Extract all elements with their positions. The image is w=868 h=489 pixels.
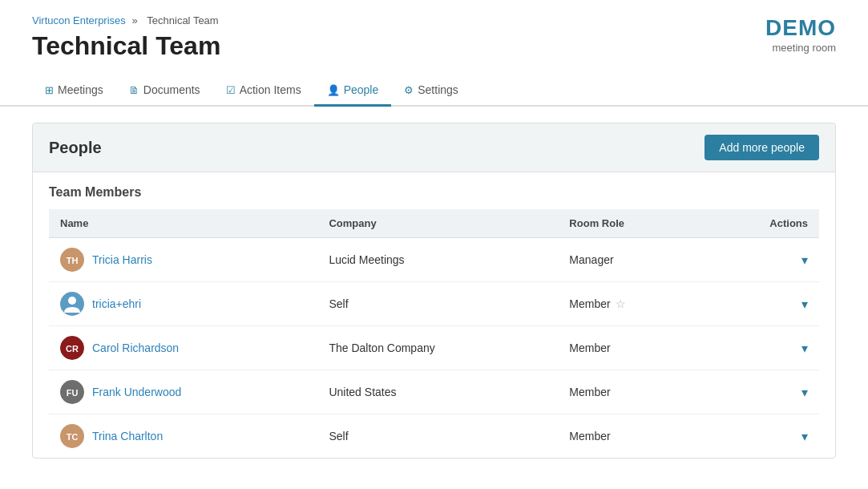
role-cell: Member ☆ [558,282,705,326]
members-table: Name Company Room Role Actions TH Tricia… [49,209,819,458]
company-cell: Self [317,282,558,326]
breadcrumb-separator: » [131,14,137,26]
name-cell: TC Trina Charlton [49,414,317,459]
tab-settings[interactable]: ⚙ Settings [391,75,471,107]
member-name-link[interactable]: Trina Charlton [92,430,163,443]
member-name-link[interactable]: Carol Richardson [92,341,179,354]
breadcrumb: Virtucon Enterprises » Technical Team [32,14,222,26]
actions-cell: ▾ [705,370,819,414]
avatar: TC [60,424,84,448]
page-title: Technical Team [32,31,222,61]
chevron-down-icon[interactable]: ▾ [801,253,808,267]
company-cell: The Dalton Company [317,326,558,370]
chevron-down-icon[interactable]: ▾ [801,297,808,311]
table-header: Name Company Room Role Actions [49,209,819,238]
tabs-nav: ⊞ Meetings 🗎 Documents ☑ Action Items 👤 … [0,75,868,107]
role-cell: Member [558,370,705,414]
company-cell: United States [317,370,558,414]
breadcrumb-team: Technical Team [147,14,218,26]
tab-meetings[interactable]: ⊞ Meetings [32,75,116,107]
chevron-down-icon[interactable]: ▾ [801,341,808,355]
people-section-header: People Add more people [33,123,835,172]
name-cell-inner: TH Tricia Harris [60,248,306,272]
add-more-people-button[interactable]: Add more people [704,135,819,160]
main-content: People Add more people Team Members Name… [0,107,868,475]
tab-settings-label: Settings [418,83,458,96]
col-actions: Actions [705,209,819,238]
actions-cell: ▾ [705,414,819,459]
svg-point-3 [68,297,76,305]
actions-cell: ▾ [705,282,819,326]
avatar: CR [60,336,84,360]
title-area: Virtucon Enterprises » Technical Team Te… [32,14,222,75]
star-icon[interactable]: ☆ [616,297,626,310]
company-cell: Lucid Meetings [317,238,558,282]
company-cell: Self [317,414,558,459]
chevron-down-icon[interactable]: ▾ [801,386,808,399]
tab-people-label: People [344,83,379,96]
actions-cell: ▾ [705,238,819,282]
col-room-role: Room Role [558,209,705,238]
demo-badge: DEMO meeting room [765,14,836,54]
table-row: CR Carol Richardson The Dalton CompanyMe… [49,326,819,370]
avatar [60,292,84,316]
header-row: Virtucon Enterprises » Technical Team Te… [32,14,836,75]
demo-subtitle: meeting room [765,42,836,55]
people-section-title: People [49,139,102,157]
name-cell: FU Frank Underwood [49,370,317,414]
name-cell-inner: TC Trina Charlton [60,424,306,448]
breadcrumb-org-link[interactable]: Virtucon Enterprises [32,14,126,26]
avatar: FU [60,380,84,404]
svg-text:TH: TH [67,256,79,265]
svg-text:FU: FU [67,388,79,398]
name-cell-inner: CR Carol Richardson [60,336,306,360]
team-members-section: Team Members Name Company Room Role Acti… [33,172,835,458]
member-name-link[interactable]: Tricia Harris [92,253,152,266]
tab-meetings-label: Meetings [58,83,103,96]
role-cell: Member [558,414,705,459]
member-name-link[interactable]: Frank Underwood [92,386,181,398]
tab-documents[interactable]: 🗎 Documents [116,75,213,107]
table-row: FU Frank Underwood United StatesMember▾ [49,370,819,414]
role-cell: Member [558,326,705,370]
chevron-down-icon[interactable]: ▾ [801,430,808,443]
table-row: TC Trina Charlton SelfMember▾ [49,414,819,459]
avatar: TH [60,248,84,272]
doc-icon: 🗎 [129,84,139,96]
tab-documents-label: Documents [143,83,200,96]
col-name: Name [49,209,317,238]
table-row: tricia+ehri Self Member ☆ ▾ [49,282,819,326]
check-icon: ☑ [226,84,236,96]
svg-text:CR: CR [66,344,79,354]
svg-text:TC: TC [67,432,79,442]
header: Virtucon Enterprises » Technical Team Te… [0,0,868,75]
gear-icon: ⚙ [404,84,414,96]
role-cell-inner: Member ☆ [569,297,694,310]
table-body: TH Tricia Harris Lucid MeetingsManager▾ … [49,238,819,459]
tab-people[interactable]: 👤 People [314,75,392,107]
team-members-title: Team Members [49,185,819,200]
tab-action-items-label: Action Items [240,83,301,96]
member-name-link[interactable]: tricia+ehri [92,297,141,310]
person-icon: 👤 [327,84,340,96]
people-section: People Add more people Team Members Name… [32,123,836,459]
table-header-row: Name Company Room Role Actions [49,209,819,238]
name-cell-inner: tricia+ehri [60,292,306,316]
name-cell: tricia+ehri [49,282,317,326]
grid-icon: ⊞ [45,84,54,96]
page-wrapper: Virtucon Enterprises » Technical Team Te… [0,0,868,489]
role-cell: Manager [558,238,705,282]
role-text: Member [569,297,610,310]
name-cell: TH Tricia Harris [49,238,317,282]
demo-title: DEMO [765,14,836,42]
name-cell: CR Carol Richardson [49,326,317,370]
col-company: Company [317,209,558,238]
actions-cell: ▾ [705,326,819,370]
table-row: TH Tricia Harris Lucid MeetingsManager▾ [49,238,819,282]
tab-action-items[interactable]: ☑ Action Items [213,75,314,107]
name-cell-inner: FU Frank Underwood [60,380,306,404]
